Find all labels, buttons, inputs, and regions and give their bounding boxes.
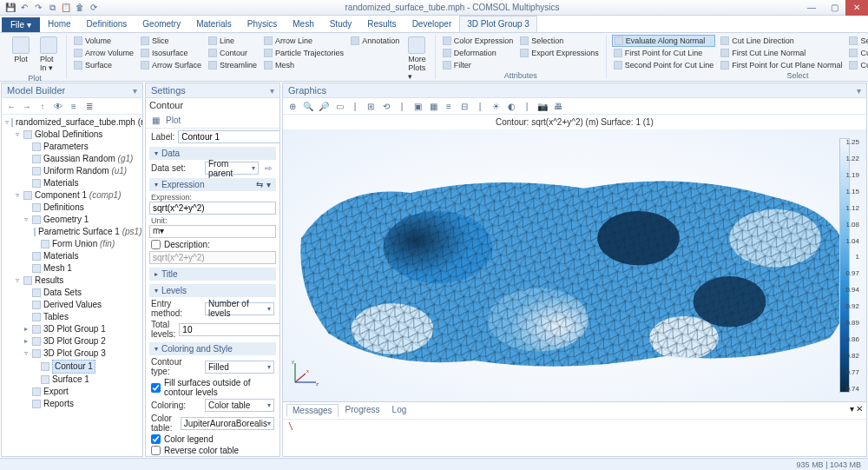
minimize-button[interactable]: — [800,0,823,16]
rotate-icon[interactable]: ⟲ [380,100,392,112]
total-levels-input[interactable] [179,323,279,336]
tree-uniform-random[interactable]: Uniform Random (u1) [43,165,127,177]
tree-geometry[interactable]: Geometry 1 [43,214,89,226]
tab-developer[interactable]: Developer [404,16,460,32]
redo-icon[interactable]: ↷ [33,3,43,13]
file-tab[interactable]: File ▾ [2,17,40,32]
tree-parametric-surface[interactable]: Parametric Surface 1 (ps1) [38,226,142,238]
collapse-icon[interactable]: ≡ [68,100,80,112]
section-expression[interactable]: ▾Expression⇆ ▾ [149,178,276,191]
transparency-icon[interactable]: ◐ [505,100,517,112]
sel-cut-plane-normal-from-surface[interactable]: Cut Plane Normal from Surface [847,59,868,71]
add-slice[interactable]: Slice [139,35,203,47]
goto-icon[interactable]: ⇨ [262,163,274,173]
tab-definitions[interactable]: Definitions [79,16,135,32]
plot-button[interactable]: Plot [9,35,33,65]
sel-evaluate-along-normal[interactable]: Evaluate Along Normal [612,35,716,47]
select-icon[interactable]: ▣ [411,100,424,112]
replace-icon[interactable]: ⇆ [256,180,263,189]
model-tree[interactable]: ▿randomized_surface_tube.mph (root) ▿Glo… [2,115,142,456]
zoom-in-icon[interactable]: 🔍 [302,100,314,112]
sel-first-cut-line-normal[interactable]: First Cut Line Normal [719,47,844,59]
tree-reports[interactable]: Reports [43,398,74,410]
tree-root[interactable]: randomized_surface_tube.mph (root) [16,116,142,129]
fill-surfaces-checkbox[interactable] [151,383,161,393]
attr-filter[interactable]: Filter [441,59,516,71]
tree-parameters[interactable]: Parameters [43,141,89,153]
coloring-select[interactable]: Color table▾ [205,399,274,412]
panel-minimize-icon[interactable]: ▾ [850,404,854,417]
add-contour[interactable]: Contour [207,47,259,59]
tree-mesh[interactable]: Mesh 1 [43,262,72,275]
entry-method-select[interactable]: Number of levels▾ [205,302,274,315]
paste-icon[interactable]: 📋 [61,3,71,13]
tree-results[interactable]: Results [35,275,63,287]
show-icon[interactable]: 👁 [52,100,64,112]
attr-selection[interactable]: Selection [518,35,601,47]
add-surface[interactable]: Surface [72,59,135,71]
sel-first-point-cut-line[interactable]: First Point for Cut Line [612,47,716,59]
color-table-select[interactable]: JupiterAuroraBorealis▾ [181,417,274,430]
tree-contour-1[interactable]: Contour 1 [52,360,95,374]
deselect-icon[interactable]: ⊟ [458,100,470,112]
color-legend-checkbox[interactable] [151,434,161,444]
tab-results[interactable]: Results [359,16,404,32]
reverse-color-checkbox[interactable] [151,446,161,455]
section-title[interactable]: ▸Title [149,268,276,281]
snapshot-icon[interactable]: 📷 [536,100,549,112]
tree-tables[interactable]: Tables [43,311,69,323]
tab-materials[interactable]: Materials [188,16,240,32]
tab-geometry[interactable]: Geometry [135,16,188,32]
tree-global-definitions[interactable]: Global Definitions [35,129,102,141]
add-arrow-line[interactable]: Arrow Line [262,35,345,47]
unit-select[interactable]: m▾ [149,225,276,238]
add-volume[interactable]: Volume [72,35,135,47]
print-icon[interactable]: 🖶 [552,100,564,112]
panel-close-icon[interactable]: ✕ [856,404,863,417]
select-box-icon[interactable]: ▦ [427,100,439,112]
dataset-select[interactable]: From parent▾ [205,162,259,175]
select-all-icon[interactable]: ≡ [443,100,455,112]
sel-second-point-cut-line[interactable]: Second Point for Cut Line [612,59,716,71]
tree-data-sets[interactable]: Data Sets [43,287,82,299]
zoom-box-icon[interactable]: ▭ [333,100,345,112]
add-arrow-volume[interactable]: Arrow Volume [72,47,135,59]
save-icon[interactable]: 💾 [5,3,16,13]
plot-icon[interactable]: ▦ [149,114,161,126]
tree-plot-group-3[interactable]: 3D Plot Group 3 [43,348,106,360]
attr-color-expression[interactable]: Color Expression [441,35,516,47]
contour-type-select[interactable]: Filled▾ [205,361,274,374]
tree-derived-values[interactable]: Derived Values [43,299,102,311]
tab-home[interactable]: Home [40,16,79,32]
tab-mesh[interactable]: Mesh [285,16,321,32]
tree-export[interactable]: Export [43,386,69,398]
tree-plot-group-1[interactable]: 3D Plot Group 1 [43,323,106,335]
add-particle-traj[interactable]: Particle Trajectories [262,47,345,59]
sel-first-point-cut-plane-normal[interactable]: First Point for Cut Plane Normal [719,59,844,71]
zoom-extents-icon[interactable]: ⊕ [286,100,299,112]
add-line[interactable]: Line [207,35,259,47]
attr-deformation[interactable]: Deformation [441,47,516,59]
add-isosurface[interactable]: Isosurface [139,47,203,59]
tree-component[interactable]: Component 1 (comp1) [35,189,122,202]
tree-gaussian-random[interactable]: Gaussian Random (g1) [43,153,133,165]
undo-icon[interactable]: ↶ [19,3,30,13]
maximize-button[interactable]: ▢ [823,0,845,16]
forward-icon[interactable]: → [21,100,33,112]
tab-3d-plot-group-3[interactable]: 3D Plot Group 3 [459,16,537,32]
plot-in-button[interactable]: Plot In ▾ [36,35,61,74]
xy-view-icon[interactable]: ⊞ [365,100,377,112]
menu-icon[interactable]: ▾ [266,180,271,189]
more-plots-button[interactable]: More Plots ▾ [404,35,430,83]
section-levels[interactable]: ▾Levels [149,284,276,297]
sel-cut-line-direction[interactable]: Cut Line Direction [719,35,844,47]
section-coloring[interactable]: ▾Coloring and Style [149,342,276,355]
panel-menu-icon[interactable]: ▾ [133,86,137,96]
tab-log[interactable]: Log [387,404,412,417]
panel-menu-icon[interactable]: ▾ [270,86,274,96]
add-streamline[interactable]: Streamline [207,59,259,71]
close-button[interactable]: ✕ [845,0,868,16]
tab-physics[interactable]: Physics [240,16,285,32]
tree-form-union[interactable]: Form Union (fin) [52,238,115,250]
refresh-icon[interactable]: ⟳ [89,3,99,13]
